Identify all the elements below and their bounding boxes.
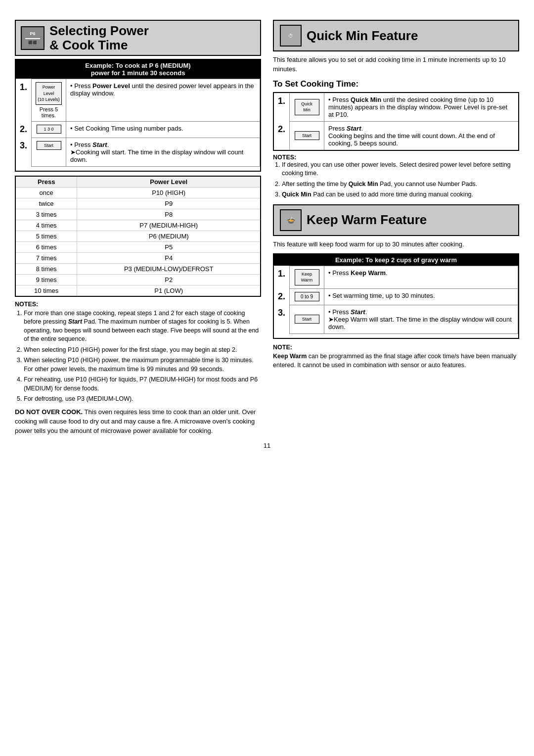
page-container: P6 ⬛⬛ Selecting Power & Cook Time Exampl… xyxy=(15,20,519,436)
table-row: twiceP9 xyxy=(15,198,261,209)
notes-section-right: NOTES: If desired, you can use other pow… xyxy=(273,154,519,199)
step-text-1: • Press Power Level until the desired po… xyxy=(66,79,260,122)
right-column: ⏱ Quick Min Feature This feature allows … xyxy=(273,20,519,436)
step-row-2: 2. 1 3 0 • Set Cooking Time using number… xyxy=(16,121,260,138)
kw-step-num-1: 1. xyxy=(274,266,290,288)
step-icon-2: 1 3 0 xyxy=(32,121,66,138)
keep-warm-example-box: Example: To keep 2 cups of gravy warm 1.… xyxy=(273,253,519,339)
kw-step-text-3: • Press Start. ➤Keep Warm will start. Th… xyxy=(324,305,518,333)
table-row: 6 timesP5 xyxy=(15,241,261,252)
kw-step-num-3: 3. xyxy=(274,305,290,333)
list-item: Quick Min Pad can be used to add more ti… xyxy=(282,190,519,199)
step-row-3: 3. Start • Press Start. ➤Cooking will st… xyxy=(16,138,260,166)
quick-min-header: ⏱ Quick Min Feature xyxy=(273,20,519,51)
power-level-table: Press Power Level onceP10 (HIGH) twiceP9… xyxy=(15,176,261,297)
step-icon-inner-1: Power Level (10 Levels) xyxy=(36,82,62,105)
notes-list-right: If desired, you can use other power leve… xyxy=(273,161,519,199)
quick-min-icon: ⏱ xyxy=(280,25,302,47)
step-icon-inner-3: Start xyxy=(37,141,61,150)
notes-title-right: NOTES: xyxy=(273,154,519,161)
step-icon-3: Start xyxy=(32,138,66,166)
qm-icon-inner-2: Start xyxy=(295,131,319,140)
kw-step-text-2: • Set warming time, up to 30 minutes. xyxy=(324,288,518,305)
qm-step-text-1: • Press Quick Min until the desired cook… xyxy=(324,93,519,122)
kw-step-row-2: 2. 0 to 9 • Set warming time, up to 30 m… xyxy=(274,288,518,305)
kw-icon-inner-1: Keep Warm xyxy=(295,269,319,285)
table-row: 8 timesP3 (MEDIUM-LOW)/DEFROST xyxy=(15,263,261,274)
step-num-1: 1. xyxy=(16,79,32,122)
qm-step-icon-2: Start xyxy=(290,121,324,150)
example-header: Example: To cook at P 6 (MEDIUM) power f… xyxy=(16,60,260,79)
steps-table: 1. Power Level (10 Levels) Press 5 times… xyxy=(16,79,260,167)
page-number: 11 xyxy=(15,442,519,449)
to-set-heading: To Set Cooking Time: xyxy=(273,79,519,89)
table-row: 4 timesP7 (MEDIUM-HIGH) xyxy=(15,220,261,231)
step-num-2: 2. xyxy=(16,121,32,138)
qm-step-row-2: 2. Start Press Start. Cooking begins and… xyxy=(273,121,519,150)
step-row-1: 1. Power Level (10 Levels) Press 5 times… xyxy=(16,79,260,122)
step-press-1: Press 5 times. xyxy=(36,106,62,118)
table-row: 3 timesP8 xyxy=(15,209,261,220)
left-column: P6 ⬛⬛ Selecting Power & Cook Time Exampl… xyxy=(15,20,261,436)
qm-step-icon-1: Quick Min xyxy=(290,93,324,122)
notes-list-left: For more than one stage cooking, repeat … xyxy=(15,309,261,404)
kw-steps-table: 1. Keep Warm • Press Keep Warm. 2. 0 to … xyxy=(274,266,518,334)
table-row: 9 timesP2 xyxy=(15,274,261,285)
step-num-3: 3. xyxy=(16,138,32,166)
step-text-3: • Press Start. ➤Cooking will start. The … xyxy=(66,138,260,166)
step-icon-1: Power Level (10 Levels) Press 5 times. xyxy=(32,79,66,122)
kw-step-icon-1: Keep Warm xyxy=(290,266,324,288)
qm-step-num-2: 2. xyxy=(273,121,290,150)
power-col-press: Press xyxy=(15,176,77,188)
warning-text: DO NOT OVER COOK. This oven requires les… xyxy=(15,408,261,436)
kw-step-text-1: • Press Keep Warm. xyxy=(324,266,518,288)
kw-example-header: Example: To keep 2 cups of gravy warm xyxy=(274,254,518,266)
list-item: For defrosting, use P3 (MEDIUM-LOW). xyxy=(24,395,261,404)
step-text-2: • Set Cooking Time using number pads. xyxy=(66,121,260,138)
list-item: For more than one stage cooking, repeat … xyxy=(24,309,261,344)
kw-step-row-3: 3. Start • Press Start. ➤Keep Warm will … xyxy=(274,305,518,333)
quick-min-title: Quick Min Feature xyxy=(307,28,418,44)
table-row: 10 timesP1 (LOW) xyxy=(15,285,261,296)
kw-step-num-2: 2. xyxy=(274,288,290,305)
power-col-level: Power Level xyxy=(77,176,261,188)
kw-icon-inner-3: Start xyxy=(295,315,319,324)
example-box: Example: To cook at P 6 (MEDIUM) power f… xyxy=(15,59,261,172)
table-row: onceP10 (HIGH) xyxy=(15,187,261,198)
notes-section-left: NOTES: For more than one stage cooking, … xyxy=(15,301,261,404)
note-title: NOTE: xyxy=(273,344,292,351)
note-bottom: NOTE: Keep Warm can be programmed as the… xyxy=(273,343,519,370)
keep-warm-intro: This feature will keep food warm for up … xyxy=(273,240,519,249)
keep-warm-header: 🍲 Keep Warm Feature xyxy=(273,204,519,236)
keep-warm-title: Keep Warm Feature xyxy=(307,212,427,228)
section-header-selecting-power: P6 ⬛⬛ Selecting Power & Cook Time xyxy=(15,20,261,56)
table-row: 7 timesP4 xyxy=(15,252,261,263)
list-item: When selecting P10 (HIGH) power, the max… xyxy=(24,356,261,374)
notes-title-left: NOTES: xyxy=(15,301,261,308)
kw-icon-inner-2: 0 to 9 xyxy=(295,292,319,301)
table-row: 5 timesP6 (MEDIUM) xyxy=(15,231,261,241)
qm-steps-table: 1. Quick Min • Press Quick Min until the… xyxy=(273,92,519,151)
quick-min-intro: This feature allows you to set or add co… xyxy=(273,55,519,74)
keep-warm-icon: 🍲 xyxy=(280,209,302,231)
section-title: Selecting Power & Cook Time xyxy=(49,24,149,52)
qm-icon-inner-1: Quick Min xyxy=(295,99,319,115)
qm-step-text-2: Press Start. Cooking begins and the time… xyxy=(324,121,519,150)
list-item: For reheating, use P10 (HIGH) for liquid… xyxy=(24,376,261,393)
list-item: When selecting P10 (HIGH) power for the … xyxy=(24,346,261,355)
list-item: If desired, you can use other power leve… xyxy=(282,161,519,178)
kw-step-icon-2: 0 to 9 xyxy=(290,288,324,305)
list-item: After setting the time by Quick Min Pad,… xyxy=(282,180,519,189)
qm-step-row-1: 1. Quick Min • Press Quick Min until the… xyxy=(273,93,519,122)
section-icon-left: P6 ⬛⬛ xyxy=(21,26,44,50)
power-table-header: Press Power Level xyxy=(15,176,261,188)
qm-step-num-1: 1. xyxy=(273,93,290,122)
kw-step-row-1: 1. Keep Warm • Press Keep Warm. xyxy=(274,266,518,288)
kw-step-icon-3: Start xyxy=(290,305,324,333)
step-icon-inner-2: 1 3 0 xyxy=(37,125,61,134)
